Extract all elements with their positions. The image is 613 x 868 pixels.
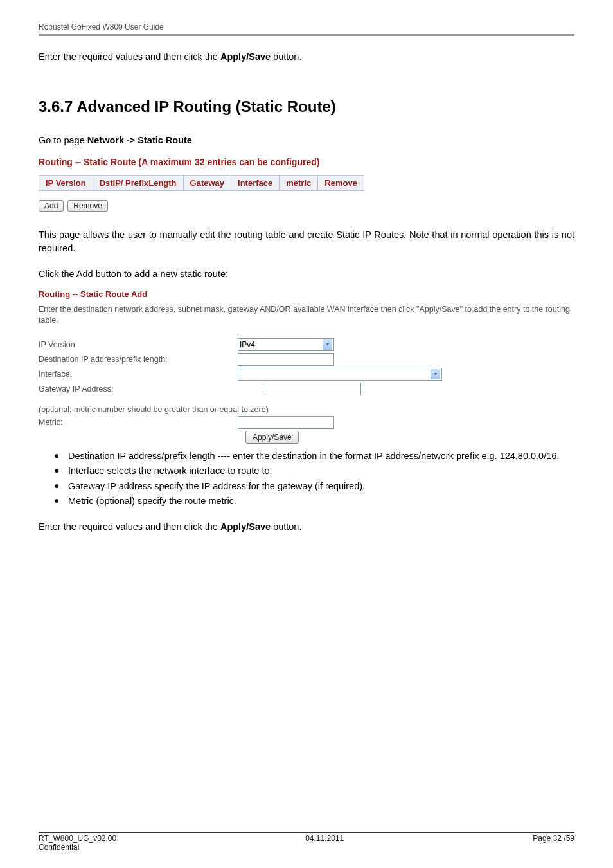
desc-paragraph: This page allows the user to manually ed… <box>39 228 574 257</box>
intro-pre: Enter the required values and then click… <box>39 51 220 62</box>
row-apply: Apply/Save <box>39 431 574 444</box>
footer-right: Page 32 /59 <box>533 834 574 843</box>
row-gateway: Gateway IP Address: <box>39 383 574 395</box>
input-metric[interactable] <box>238 416 334 429</box>
outro-pre: Enter the required values and then click… <box>39 521 220 532</box>
goto-line: Go to page Network -> Static Route <box>39 134 574 148</box>
outro-paragraph: Enter the required values and then click… <box>39 520 574 534</box>
routing-list-title: Routing -- Static Route (A maximum 32 en… <box>39 157 574 167</box>
select-ip-version[interactable]: IPv4 ▾ <box>238 338 334 351</box>
row-interface: Interface: ▾ <box>39 368 574 381</box>
row-metric: Metric: <box>39 416 574 429</box>
footer-left2: Confidential <box>39 843 79 852</box>
footer-left1: RT_W800_UG_v02.00 <box>39 834 116 843</box>
outro-post: button. <box>271 521 301 532</box>
row-dest: Destination IP address/prefix length: <box>39 353 574 366</box>
list-item: Metric (optional) specify the route metr… <box>54 494 574 508</box>
routing-add-desc: Enter the destination network address, s… <box>39 304 574 327</box>
col-interface: Interface <box>231 175 280 190</box>
header-rule <box>39 34 574 36</box>
label-ip-version: IP Version: <box>39 340 238 349</box>
list-item: Gateway IP address specify the IP addres… <box>54 479 574 493</box>
bullet-list: Destination IP address/prefix length ---… <box>39 449 574 509</box>
select-interface[interactable]: ▾ <box>238 368 442 381</box>
routing-table: IP Version DstIP/ PrefixLength Gateway I… <box>39 175 364 191</box>
input-gateway[interactable] <box>265 383 361 395</box>
footer-rule <box>39 832 574 833</box>
list-item: Destination IP address/prefix length ---… <box>54 449 574 463</box>
col-remove: Remove <box>318 175 364 190</box>
select-ip-version-value: IPv4 <box>240 340 255 349</box>
label-interface: Interface: <box>39 370 238 379</box>
apply-save-button[interactable]: Apply/Save <box>245 431 299 444</box>
page-footer: RT_W800_UG_v02.00 04.11.2011 Page 32 /59… <box>39 832 574 852</box>
label-metric: Metric: <box>39 418 238 427</box>
col-gateway: Gateway <box>183 175 231 190</box>
chevron-down-icon: ▾ <box>431 369 440 379</box>
list-item: Interface selects the network interface … <box>54 464 574 478</box>
row-ip-version: IP Version: IPv4 ▾ <box>39 338 574 351</box>
routing-add-title: Routing -- Static Route Add <box>39 289 574 299</box>
label-gateway: Gateway IP Address: <box>39 384 238 393</box>
section-heading: 3.6.7 Advanced IP Routing (Static Route) <box>39 98 574 116</box>
row-optional-note: (optional: metric number should be great… <box>39 405 574 414</box>
label-optional: (optional: metric number should be great… <box>39 405 269 414</box>
routing-add-screenshot: Routing -- Static Route Add Enter the de… <box>39 289 574 444</box>
intro-paragraph: Enter the required values and then click… <box>39 50 574 64</box>
goto-bold: Network -> Static Route <box>87 135 192 145</box>
footer-center: 04.11.2011 <box>305 834 344 843</box>
intro-bold: Apply/Save <box>220 51 271 62</box>
remove-button[interactable]: Remove <box>67 200 108 212</box>
add-button[interactable]: Add <box>39 200 64 212</box>
intro-post: button. <box>271 51 301 62</box>
outro-bold: Apply/Save <box>220 521 271 532</box>
goto-pre: Go to page <box>39 135 87 145</box>
doc-header: Robustel GoFixed W800 User Guide <box>39 23 574 32</box>
click-add-paragraph: Click the Add button to add a new static… <box>39 267 574 282</box>
col-dstip: DstIP/ PrefixLength <box>93 175 183 190</box>
col-ipversion: IP Version <box>39 175 93 190</box>
routing-list-screenshot: Routing -- Static Route (A maximum 32 en… <box>39 157 574 212</box>
col-metric: metric <box>280 175 318 190</box>
input-dest[interactable] <box>238 353 334 366</box>
chevron-down-icon: ▾ <box>323 339 332 350</box>
label-dest: Destination IP address/prefix length: <box>39 355 238 364</box>
